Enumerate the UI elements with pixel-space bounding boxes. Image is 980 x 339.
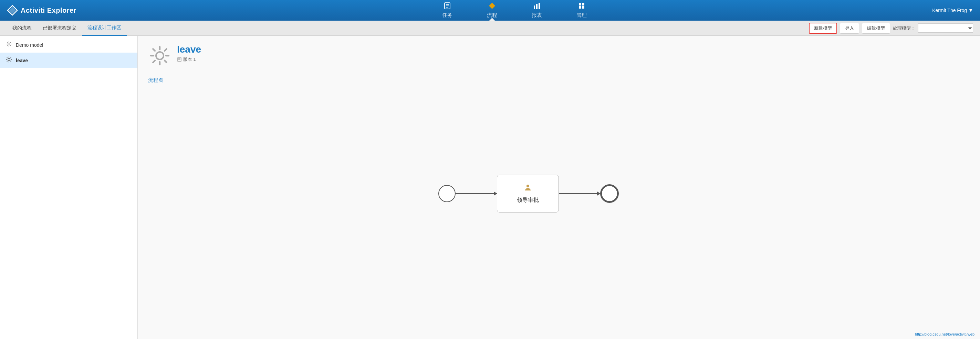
bpmn-diagram: 领导审批 (438, 166, 679, 221)
process-type-label: 处理模型： (893, 25, 915, 31)
task-icon (444, 2, 451, 11)
bpmn-task-label: 领导审批 (517, 196, 539, 204)
nav-tab-task-label: 任务 (442, 12, 452, 19)
subnav-deployed[interactable]: 已部署流程定义 (37, 21, 82, 36)
nav-tab-flow[interactable]: 流程 (480, 0, 504, 21)
process-header: leave 版本 1 (148, 44, 970, 70)
bpmn-task-approval: 领导审批 (497, 175, 559, 212)
process-info: leave 版本 1 (177, 44, 201, 63)
sidebar-item-leave[interactable]: leave (0, 52, 137, 68)
footer-link[interactable]: http://blog.csdu.net/love/activiti/web (915, 332, 975, 336)
manage-icon (578, 2, 585, 11)
main-layout: Demo model leave leave (0, 36, 980, 339)
process-title: leave (177, 44, 201, 55)
svg-rect-12 (579, 6, 581, 9)
subnav-my-flow[interactable]: 我的流程 (7, 21, 37, 36)
svg-rect-11 (582, 3, 584, 5)
sidebar: Demo model leave (0, 36, 138, 339)
process-type-select[interactable] (918, 24, 973, 33)
bpmn-arrow-1 (455, 193, 497, 194)
header: Activiti Explorer 任务 流程 报表 管理 (0, 0, 980, 21)
content-area: leave 版本 1 流程图 (138, 36, 980, 339)
report-icon (533, 2, 541, 11)
version-text: 版本 1 (183, 56, 196, 63)
gear-icon-active (5, 56, 13, 65)
svg-point-14 (8, 43, 10, 45)
svg-rect-13 (582, 6, 584, 9)
svg-rect-8 (536, 4, 538, 9)
flow-diagram-link[interactable]: 流程图 (148, 77, 164, 84)
chevron-down-icon: ▼ (968, 8, 973, 13)
sidebar-item-demo-model-label: Demo model (16, 42, 43, 48)
process-gear-icon (148, 44, 172, 70)
svg-point-15 (8, 59, 10, 60)
nav-tab-flow-label: 流程 (487, 12, 497, 19)
new-model-button[interactable]: 新建模型 (809, 23, 837, 34)
edit-model-button[interactable]: 编辑模型 (862, 23, 890, 34)
svg-rect-10 (579, 3, 581, 5)
svg-marker-6 (489, 3, 495, 9)
process-version: 版本 1 (177, 56, 201, 63)
bpmn-arrow-2 (559, 193, 600, 194)
nav-tab-report[interactable]: 报表 (525, 0, 549, 21)
logo-area: Activiti Explorer (7, 5, 96, 16)
svg-rect-7 (534, 5, 535, 9)
import-button[interactable]: 导入 (840, 23, 859, 34)
logo-icon (7, 5, 18, 16)
subnav-workspace[interactable]: 流程设计工作区 (82, 21, 127, 36)
nav-tab-report-label: 报表 (532, 12, 542, 19)
diagram-area: 领导审批 (148, 94, 970, 272)
sub-nav: 我的流程 已部署流程定义 流程设计工作区 新建模型 导入 编辑模型 处理模型： (0, 21, 980, 36)
flow-icon (488, 2, 496, 11)
sidebar-item-demo-model[interactable]: Demo model (0, 37, 137, 52)
sidebar-item-leave-label: leave (16, 58, 28, 63)
bpmn-start-event (438, 185, 455, 202)
nav-tabs: 任务 流程 报表 管理 (96, 0, 932, 21)
svg-point-16 (156, 52, 164, 60)
logo-text: Activiti Explorer (21, 6, 76, 14)
nav-tab-task[interactable]: 任务 (435, 0, 459, 21)
user-area[interactable]: Kermit The Frog ▼ (932, 8, 973, 13)
nav-tab-manage-label: 管理 (576, 12, 587, 19)
nav-tab-manage[interactable]: 管理 (570, 0, 593, 21)
svg-point-20 (527, 185, 529, 187)
bpmn-end-event (600, 184, 619, 203)
user-task-icon (524, 184, 532, 194)
sub-nav-actions: 新建模型 导入 编辑模型 处理模型： (809, 23, 973, 34)
gear-icon (5, 41, 13, 49)
user-name: Kermit The Frog (932, 8, 967, 13)
svg-rect-9 (539, 3, 540, 9)
